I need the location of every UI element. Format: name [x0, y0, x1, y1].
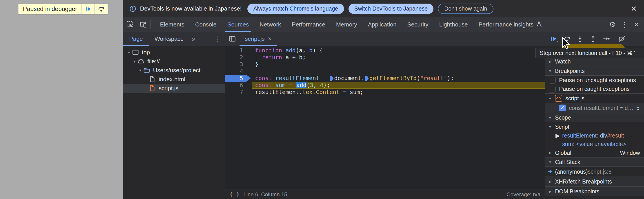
step-into-button[interactable]: [574, 33, 586, 45]
active-frame-icon: [545, 169, 555, 175]
dont-show-again-button[interactable]: Don't show again: [438, 3, 494, 14]
pretty-print-icon[interactable]: { }: [230, 191, 239, 198]
toggle-navigator-button[interactable]: [225, 32, 240, 46]
section-breakpoints[interactable]: ▼ Breakpoints: [545, 66, 644, 76]
tab-memory[interactable]: Memory: [330, 17, 362, 32]
tree-item-top[interactable]: ▼top: [123, 48, 225, 57]
code-line-4[interactable]: 4: [225, 68, 545, 75]
code-line-1[interactable]: 1function add(a, b) {: [225, 47, 545, 54]
code-editor[interactable]: 1function add(a, b) {2 return a + b;3}45…: [225, 46, 545, 190]
code-line-content: resultElement.textContent = sum;: [252, 89, 545, 96]
tree-item-script-js[interactable]: script.js: [123, 84, 225, 93]
breakpoint-file-group[interactable]: ▼ <> script.js: [545, 94, 644, 103]
code-token: const: [255, 75, 272, 81]
navigator-tabstrip: Page Workspace » ⋮: [123, 32, 225, 46]
tab-page[interactable]: Page: [123, 32, 149, 46]
inline-breakpoint-icon[interactable]: [330, 76, 334, 81]
cloud-icon: [138, 58, 145, 65]
step-out-button[interactable]: [586, 33, 600, 45]
line-number[interactable]: 4: [225, 68, 252, 75]
code-line-7[interactable]: 7resultElement.textContent = sum;: [225, 89, 545, 96]
section-watch[interactable]: ▶ Watch: [545, 57, 644, 66]
infobar-message: DevTools is now available in Japanese!: [140, 5, 242, 12]
tree-item-file[interactable]: ▼file://: [123, 57, 225, 66]
line-number[interactable]: 7: [225, 89, 252, 96]
editor-tab-close-icon[interactable]: ×: [268, 35, 272, 42]
inline-breakpoint-icon[interactable]: [365, 76, 369, 81]
inspect-element-button[interactable]: [123, 17, 136, 32]
tree-item-index-html[interactable]: index.html: [123, 75, 225, 84]
chevron-down-icon: ▼: [545, 96, 555, 100]
tab-label: Console: [195, 21, 216, 28]
scope-script-group[interactable]: ▼ Script: [545, 122, 644, 131]
line-number[interactable]: 6: [225, 82, 252, 89]
xhr-breakpoints-label: XHR/fetch Breakpoints: [555, 178, 612, 185]
tab-workspace[interactable]: Workspace: [149, 32, 190, 46]
code-token: [255, 54, 262, 61]
deactivate-breakpoints-button[interactable]: [616, 33, 628, 45]
breakpoint-checkbox[interactable]: ✓: [559, 105, 566, 111]
tab-application[interactable]: Application: [362, 17, 402, 32]
pause-uncaught-checkbox[interactable]: [549, 77, 556, 83]
tree-item-users-user-project[interactable]: ▼Users/user/project: [123, 66, 225, 75]
tree-item-label: file://: [148, 58, 160, 65]
section-xhr-breakpoints[interactable]: ▶ XHR/fetch Breakpoints: [545, 177, 644, 187]
tab-lighthouse[interactable]: Lighthouse: [434, 17, 473, 32]
line-number[interactable]: 3: [225, 61, 252, 68]
switch-to-japanese-button[interactable]: Switch DevTools to Japanese: [348, 3, 434, 14]
code-token: resultElement.: [255, 89, 302, 95]
tab-performance-insights[interactable]: Performance insights: [473, 17, 548, 32]
scope-variable-resultelement[interactable]: ▶resultElement:div#result: [545, 131, 644, 140]
step-over-icon: [97, 5, 105, 13]
paused-call-token: add: [296, 82, 306, 88]
settings-gear-icon[interactable]: ⚙: [606, 17, 618, 32]
code-line-5[interactable]: 5const resultElement = document.getEleme…: [225, 75, 545, 82]
devtools-menu-icon[interactable]: ⋮: [618, 17, 630, 32]
editor-tab-scriptjs[interactable]: script.js ×: [240, 32, 277, 46]
resume-script-button[interactable]: [81, 4, 94, 14]
coverage-status: Coverage: n/a: [506, 191, 540, 198]
step-over-button[interactable]: [560, 33, 574, 45]
breakpoint-line-number: 5: [636, 105, 644, 111]
code-line-6[interactable]: 6const sum = add(3, 4);: [225, 82, 545, 89]
more-tabs-icon[interactable]: »: [190, 32, 198, 46]
always-match-language-button[interactable]: Always match Chrome's language: [248, 3, 344, 14]
pause-caught-checkbox[interactable]: [549, 86, 556, 92]
tab-network[interactable]: Network: [254, 17, 286, 32]
chevron-right-icon: ▶: [545, 60, 555, 64]
infobar-close-icon[interactable]: ✕: [629, 4, 638, 13]
pause-uncaught-row[interactable]: Pause on uncaught exceptions: [545, 76, 644, 85]
code-line-2[interactable]: 2 return a + b;: [225, 54, 545, 61]
line-number[interactable]: 1: [225, 47, 252, 54]
section-dom-breakpoints[interactable]: ▶ DOM Breakpoints: [545, 187, 644, 196]
code-line-3[interactable]: 3}: [225, 61, 545, 68]
step-button[interactable]: [600, 33, 612, 45]
section-call-stack[interactable]: ▼ Call Stack: [545, 157, 644, 167]
scope-variable-sum[interactable]: sum:<value unavailable>: [545, 140, 644, 148]
tab-sources[interactable]: Sources: [222, 17, 254, 32]
chevron-right-icon: ▶: [556, 132, 562, 139]
call-stack-frame[interactable]: (anonymous)script.js:6: [545, 167, 644, 177]
line-number[interactable]: 2: [225, 54, 252, 61]
tab-performance[interactable]: Performance: [286, 17, 331, 32]
code-token: (: [416, 75, 420, 81]
breakpoint-marker[interactable]: 5: [225, 75, 252, 82]
pause-caught-row[interactable]: Pause on caught exceptions: [545, 85, 644, 94]
code-token: [282, 47, 285, 54]
navigator-menu-icon[interactable]: ⋮: [210, 32, 225, 46]
call-stack-section-label: Call Stack: [555, 159, 580, 165]
tab-console[interactable]: Console: [190, 17, 222, 32]
frame-name: (anonymous): [555, 169, 588, 175]
section-scope[interactable]: ▼ Scope: [545, 113, 644, 122]
scope-global-group[interactable]: ▶ Global Window: [545, 148, 644, 157]
breakpoint-entry[interactable]: ✓ const resultElement = doc⋯ 5: [545, 103, 644, 113]
step-over-banner-button[interactable]: [94, 4, 108, 14]
tab-elements[interactable]: Elements: [154, 17, 190, 32]
call-stack-list: (anonymous)script.js:6: [545, 167, 644, 177]
devtools-close-icon[interactable]: ✕: [630, 17, 643, 32]
resume-button[interactable]: [548, 33, 560, 45]
tab-security[interactable]: Security: [402, 17, 434, 32]
editor-tab-label: script.js: [245, 35, 265, 42]
device-toolbar-button[interactable]: [136, 17, 150, 32]
chevron-down-icon: ▼: [545, 160, 555, 164]
